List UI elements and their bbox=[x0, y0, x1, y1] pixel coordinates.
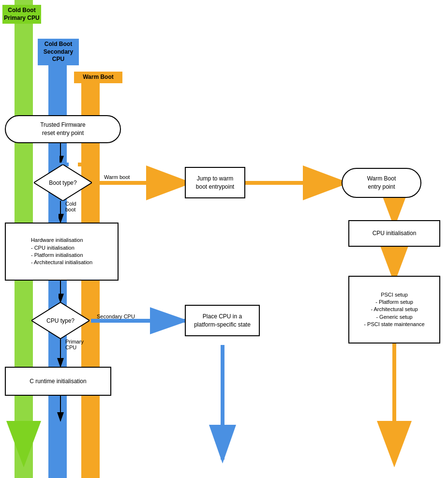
warm-boot-arrow-label: Warm boot bbox=[104, 174, 130, 180]
svg-text:CPU type?: CPU type? bbox=[46, 317, 75, 324]
warm-boot-entry-box: Warm Boot entry point bbox=[342, 168, 421, 198]
place-cpu-box: Place CPU in a platform-specific state bbox=[185, 305, 260, 336]
cold-boot-arrow-label: Cold boot bbox=[65, 201, 76, 212]
c-runtime-box: C runtime initialisation bbox=[5, 367, 111, 396]
boot-type-diamond: Boot type? bbox=[34, 164, 92, 201]
warm-boot-label: Warm Boot bbox=[74, 72, 122, 83]
primary-cpu-label: Primary CPU bbox=[65, 339, 84, 350]
trusted-firmware-box: Trusted Firmware reset entry point bbox=[5, 115, 121, 143]
psci-setup-box: PSCI setup - Platform setup - Architectu… bbox=[348, 276, 440, 344]
diagram: Cold Boot Primary CPU Cold Boot Secondar… bbox=[0, 0, 448, 478]
jump-to-warm-box: Jump to warm boot entrypoint bbox=[185, 167, 245, 198]
hardware-init-box: Hardware initialisation - CPU initialisa… bbox=[5, 223, 119, 281]
cpu-type-diamond: CPU type? bbox=[31, 302, 90, 339]
cold-boot-primary-label: Cold Boot Primary CPU bbox=[2, 5, 41, 24]
svg-text:Boot type?: Boot type? bbox=[49, 179, 77, 186]
cold-boot-secondary-label: Cold Boot Secondary CPU bbox=[38, 39, 79, 65]
secondary-cpu-label: Secondary CPU bbox=[97, 314, 135, 319]
cpu-init-box: CPU initialisation bbox=[348, 220, 440, 247]
